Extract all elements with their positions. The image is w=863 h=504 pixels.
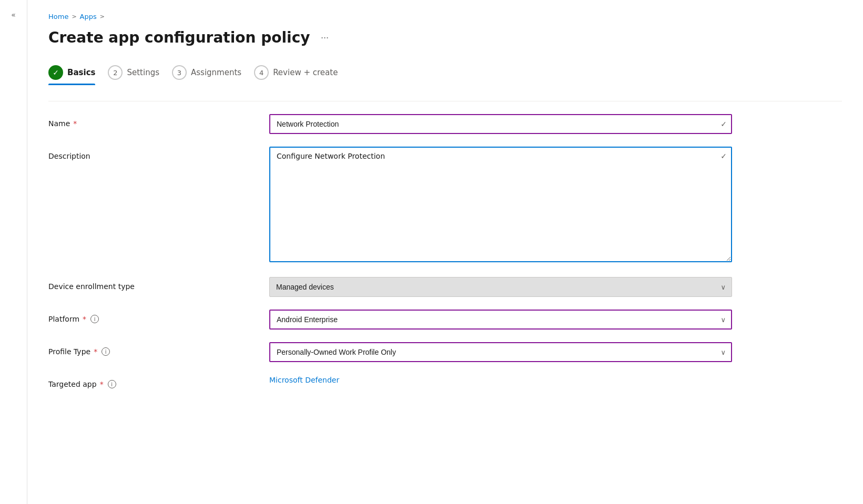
tab-review[interactable]: 4 Review + create <box>254 61 350 84</box>
breadcrumb-separator-2: > <box>100 13 105 20</box>
step-circle-basics: ✓ <box>48 65 63 80</box>
tab-settings-label: Settings <box>127 68 159 77</box>
sidebar-collapse-button[interactable]: « <box>5 6 22 23</box>
device-enrollment-select[interactable]: Managed devices <box>269 277 732 297</box>
platform-select-wrapper: Android Enterprise ∨ <box>269 310 732 330</box>
main-content: Home > Apps > Create app configuration p… <box>27 0 863 504</box>
step-circle-review: 4 <box>254 65 269 80</box>
breadcrumb-apps[interactable]: Apps <box>80 13 97 20</box>
step-number-review: 4 <box>259 69 263 77</box>
breadcrumb: Home > Apps > <box>48 13 842 20</box>
targeted-app-required: * <box>100 380 104 388</box>
device-enrollment-select-wrapper: Managed devices ∨ <box>269 277 732 297</box>
ellipsis-menu-button[interactable]: ··· <box>317 29 333 46</box>
step-circle-settings: 2 <box>108 65 123 80</box>
description-textarea[interactable]: Configure Network Protection <box>269 147 732 262</box>
tab-settings[interactable]: 2 Settings <box>108 61 172 84</box>
description-row: Description Configure Network Protection… <box>48 147 732 264</box>
section-divider <box>48 101 842 101</box>
profile-type-info-icon[interactable]: i <box>101 347 110 356</box>
collapse-icon: « <box>11 11 16 19</box>
profile-type-row: Profile Type * i Personally-Owned Work P… <box>48 342 732 362</box>
targeted-app-control-wrap: Microsoft Defender <box>269 375 732 385</box>
tab-assignments-label: Assignments <box>191 68 241 77</box>
targeted-app-label: Targeted app * i <box>48 375 269 388</box>
tab-review-label: Review + create <box>273 68 338 77</box>
description-checkmark: ✓ <box>720 152 727 160</box>
profile-type-label: Profile Type * i <box>48 342 269 356</box>
platform-info-icon[interactable]: i <box>90 315 99 323</box>
wizard-tabs: ✓ Basics 2 Settings 3 Assignments 4 Revi… <box>48 61 842 84</box>
description-label: Description <box>48 147 269 160</box>
device-enrollment-label: Device enrollment type <box>48 277 269 291</box>
name-checkmark: ✓ <box>720 120 727 128</box>
profile-type-required: * <box>94 347 97 356</box>
form-section: Name * ✓ Description Configure Network P… <box>48 114 732 388</box>
sidebar: « <box>0 0 27 504</box>
description-input-wrapper: Configure Network Protection ✓ <box>269 147 732 264</box>
platform-row: Platform * i Android Enterprise ∨ <box>48 310 732 330</box>
tab-assignments[interactable]: 3 Assignments <box>172 61 254 84</box>
device-enrollment-control-wrap: Managed devices ∨ <box>269 277 732 297</box>
step-circle-assignments: 3 <box>172 65 187 80</box>
profile-type-select-wrapper: Personally-Owned Work Profile Only ∨ <box>269 342 732 362</box>
page-title-row: Create app configuration policy ··· <box>48 29 842 46</box>
page-title: Create app configuration policy <box>48 29 310 46</box>
step-number-settings: 2 <box>113 69 117 77</box>
name-row: Name * ✓ <box>48 114 732 134</box>
platform-control-wrap: Android Enterprise ∨ <box>269 310 732 330</box>
targeted-app-info-icon[interactable]: i <box>108 380 116 388</box>
platform-required: * <box>83 315 86 323</box>
breadcrumb-home[interactable]: Home <box>48 13 68 20</box>
device-enrollment-row: Device enrollment type Managed devices ∨ <box>48 277 732 297</box>
description-control-wrap: Configure Network Protection ✓ <box>269 147 732 264</box>
step-icon-basics: ✓ <box>53 68 59 77</box>
profile-type-control-wrap: Personally-Owned Work Profile Only ∨ <box>269 342 732 362</box>
name-label: Name * <box>48 114 269 128</box>
platform-select[interactable]: Android Enterprise <box>269 310 732 330</box>
tab-basics-label: Basics <box>67 68 95 77</box>
tab-basics[interactable]: ✓ Basics <box>48 61 108 84</box>
targeted-app-link[interactable]: Microsoft Defender <box>269 376 339 384</box>
name-input-wrapper: ✓ <box>269 114 732 134</box>
targeted-app-row: Targeted app * i Microsoft Defender <box>48 375 732 388</box>
name-input[interactable] <box>269 114 732 134</box>
platform-label: Platform * i <box>48 310 269 323</box>
name-control-wrap: ✓ <box>269 114 732 134</box>
name-required: * <box>73 119 77 128</box>
step-number-assignments: 3 <box>177 69 181 77</box>
profile-type-select[interactable]: Personally-Owned Work Profile Only <box>269 342 732 362</box>
breadcrumb-separator-1: > <box>72 13 76 20</box>
